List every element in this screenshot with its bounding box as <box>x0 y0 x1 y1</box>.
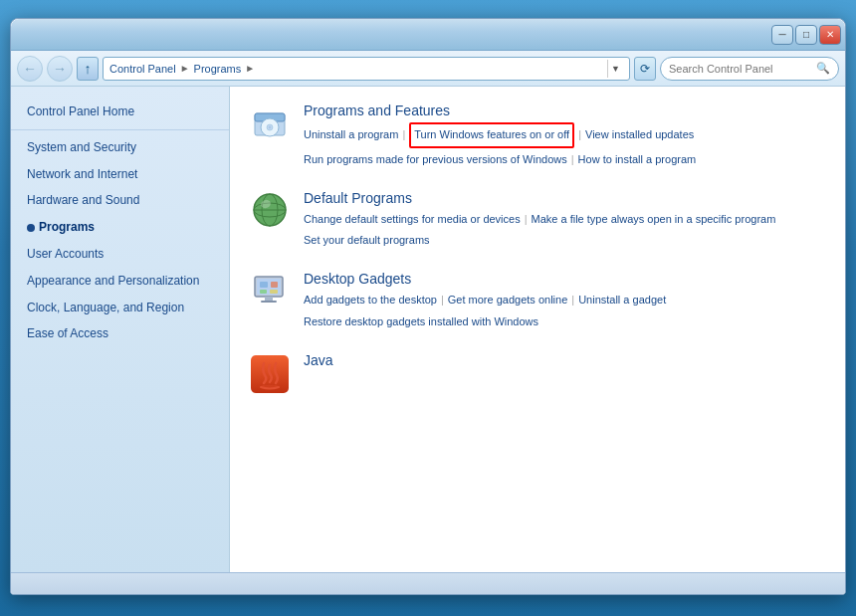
sidebar-item-ease-of-access[interactable]: Ease of Access <box>11 320 229 347</box>
desktop-gadgets-body: Desktop Gadgets Add gadgets to the deskt… <box>304 271 825 332</box>
svg-point-4 <box>269 126 271 128</box>
svg-rect-13 <box>261 301 277 303</box>
svg-rect-14 <box>260 282 268 288</box>
programs-features-icon <box>250 104 290 144</box>
forward-button[interactable]: → <box>47 56 73 82</box>
svg-rect-17 <box>270 290 278 294</box>
programs-features-section: Programs and Features Uninstall a progra… <box>250 103 825 170</box>
java-body: Java <box>304 352 333 372</box>
svg-rect-18 <box>261 385 279 388</box>
content-area: Programs and Features Uninstall a progra… <box>230 87 845 572</box>
path-sep-2: ► <box>245 63 255 74</box>
refresh-button[interactable]: ⟳ <box>634 57 656 81</box>
up-button[interactable]: ↑ <box>77 57 99 81</box>
svg-rect-12 <box>265 297 273 301</box>
java-icon <box>250 354 290 394</box>
desktop-gadgets-section: Desktop Gadgets Add gadgets to the deskt… <box>250 271 825 332</box>
desktop-gadgets-links: Add gadgets to the desktop | Get more ga… <box>304 291 825 332</box>
title-bar: ─ □ ✕ <box>11 19 845 51</box>
sidebar-item-programs[interactable]: Programs <box>11 214 229 241</box>
address-bar: ← → ↑ Control Panel ► Programs ► ▼ ⟳ 🔍 <box>11 51 845 87</box>
sidebar-item-system-security[interactable]: System and Security <box>11 134 229 161</box>
search-input[interactable] <box>669 63 812 75</box>
sidebar-item-appearance[interactable]: Appearance and Personalization <box>11 268 229 295</box>
java-logo <box>251 355 289 393</box>
set-defaults-link[interactable]: Set your default programs <box>304 231 430 251</box>
add-gadgets-link[interactable]: Add gadgets to the desktop <box>304 291 437 310</box>
programs-features-links: Uninstall a program | Turn Windows featu… <box>304 122 825 170</box>
svg-rect-15 <box>271 282 278 288</box>
sidebar-item-home[interactable]: Control Panel Home <box>11 99 229 125</box>
active-bullet <box>27 224 35 232</box>
java-title[interactable]: Java <box>304 352 333 368</box>
svg-rect-16 <box>260 290 267 294</box>
path-control-panel[interactable]: Control Panel <box>109 63 176 75</box>
uninstall-link[interactable]: Uninstall a program <box>304 125 398 145</box>
java-section: Java <box>250 352 825 394</box>
path-programs[interactable]: Programs <box>194 63 242 75</box>
desktop-gadgets-title[interactable]: Desktop Gadgets <box>304 271 825 287</box>
window-controls: ─ □ ✕ <box>771 25 841 45</box>
file-type-link[interactable]: Make a file type always open in a specif… <box>532 210 776 230</box>
status-bar <box>11 572 845 594</box>
control-panel-window: ─ □ ✕ ← → ↑ Control Panel ► Programs ► ▼… <box>10 18 846 595</box>
close-button[interactable]: ✕ <box>819 25 841 45</box>
sidebar: Control Panel Home System and Security N… <box>11 87 230 572</box>
uninstall-gadget-link[interactable]: Uninstall a gadget <box>578 291 666 310</box>
search-icon: 🔍 <box>816 62 830 75</box>
default-programs-title[interactable]: Default Programs <box>304 190 825 206</box>
default-programs-links: Change default settings for media or dev… <box>304 210 825 252</box>
path-dropdown-button[interactable]: ▼ <box>607 60 623 78</box>
maximize-button[interactable]: □ <box>795 25 817 45</box>
more-gadgets-link[interactable]: Get more gadgets online <box>448 291 567 310</box>
view-updates-link[interactable]: View installed updates <box>585 125 694 145</box>
turn-features-link[interactable]: Turn Windows features on or off <box>409 122 574 148</box>
default-settings-link[interactable]: Change default settings for media or dev… <box>304 210 521 230</box>
main-area: Control Panel Home System and Security N… <box>11 87 845 572</box>
default-programs-section: Default Programs Change default settings… <box>250 190 825 252</box>
search-box: 🔍 <box>660 57 839 81</box>
sidebar-item-hardware-sound[interactable]: Hardware and Sound <box>11 187 229 214</box>
run-programs-link[interactable]: Run programs made for previous versions … <box>304 150 567 170</box>
sidebar-item-user-accounts[interactable]: User Accounts <box>11 241 229 268</box>
path-sep-1: ► <box>180 63 190 74</box>
sidebar-divider-1 <box>11 129 229 130</box>
programs-features-title[interactable]: Programs and Features <box>304 103 825 118</box>
how-install-link[interactable]: How to install a program <box>578 150 697 170</box>
sidebar-item-clock-language[interactable]: Clock, Language, and Region <box>11 295 229 321</box>
sidebar-item-network-internet[interactable]: Network and Internet <box>11 161 229 188</box>
minimize-button[interactable]: ─ <box>771 25 793 45</box>
address-path[interactable]: Control Panel ► Programs ► ▼ <box>103 57 630 81</box>
default-programs-body: Default Programs Change default settings… <box>304 190 825 252</box>
desktop-gadgets-icon <box>250 273 290 312</box>
restore-gadgets-link[interactable]: Restore desktop gadgets installed with W… <box>304 312 538 332</box>
programs-features-body: Programs and Features Uninstall a progra… <box>304 103 825 170</box>
default-programs-icon <box>250 192 290 232</box>
back-button[interactable]: ← <box>17 56 43 82</box>
